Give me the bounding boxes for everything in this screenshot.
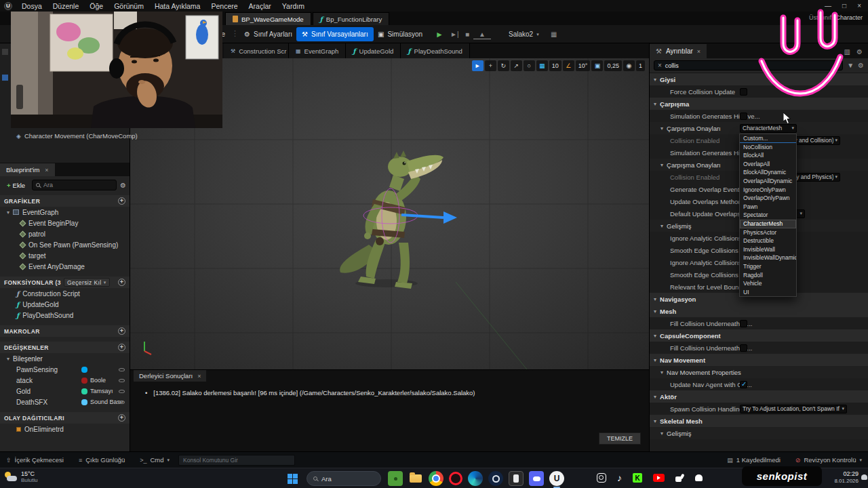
scale-snap-icon[interactable]: ▣ bbox=[591, 60, 603, 71]
steam-icon[interactable] bbox=[488, 471, 503, 486]
grid-snap-value[interactable]: 10 bbox=[549, 60, 561, 71]
dropdown-option[interactable]: Vehicle bbox=[740, 279, 796, 288]
class-defaults-button[interactable]: ⚒Sınıf Varsayılanları bbox=[296, 27, 374, 41]
details-search-input[interactable]: × collis bbox=[654, 60, 843, 70]
tree-item-dispatcher[interactable]: OnEliminetrd bbox=[0, 424, 130, 434]
stop-button[interactable]: ■ bbox=[460, 27, 475, 41]
file-explorer-icon[interactable] bbox=[408, 471, 423, 486]
panel-tab-icon[interactable] bbox=[2, 75, 8, 81]
tree-item-event[interactable]: Event BeginPlay bbox=[0, 218, 130, 228]
taskbar-weather[interactable]: 15°CBulutlu bbox=[4, 470, 37, 483]
variable-row[interactable]: PawnSensing bbox=[0, 364, 130, 375]
component-row[interactable]: ◈Character Movement (CharMoveComp) bbox=[0, 130, 130, 142]
epic-games-icon[interactable] bbox=[509, 471, 524, 486]
tree-item-function[interactable]: ƒ Construction Script bbox=[0, 288, 130, 299]
menu-item[interactable]: Hata Ayıklama bbox=[149, 2, 206, 10]
content-drawer-button[interactable]: ⇧ İçerik Çekmecesi bbox=[0, 452, 70, 468]
tab-updategold[interactable]: ƒUpdateGold bbox=[346, 43, 401, 58]
rotate-tool-icon[interactable]: ↻ bbox=[498, 60, 509, 71]
menu-item[interactable]: Öğe bbox=[84, 2, 108, 10]
details-section-header[interactable]: ▾Gelişmiş bbox=[650, 427, 868, 439]
add-macro-icon[interactable]: + bbox=[118, 327, 125, 335]
checkbox[interactable] bbox=[740, 113, 747, 120]
tree-item-eventgraph[interactable]: ▾ EventGraph bbox=[0, 207, 130, 218]
chrome-icon[interactable] bbox=[429, 471, 443, 486]
unsaved-indicator[interactable]: ▤ 1 Kaydedilmedi bbox=[721, 452, 786, 468]
tab-bp-wavegamemode[interactable]: BP_WaveGameMode bbox=[225, 12, 311, 25]
macros-section-header[interactable]: MAKROLAR + bbox=[0, 325, 130, 337]
dispatchers-section-header[interactable]: OLAY DAĞITICILARI + bbox=[0, 412, 130, 424]
menu-item[interactable]: Yardım bbox=[277, 2, 310, 10]
dropdown-option[interactable]: Spectator bbox=[740, 211, 796, 220]
details-section-header[interactable]: ▾Giysi bbox=[650, 73, 868, 85]
close-icon[interactable]: × bbox=[197, 373, 201, 380]
override-dropdown[interactable]: Geçersiz Kıl▾ bbox=[64, 278, 110, 287]
tab-eventgraph[interactable]: ▦EventGraph bbox=[289, 43, 346, 58]
cmd-dropdown[interactable]: >_ Cmd▾ bbox=[134, 452, 176, 468]
visibility-eye-icon[interactable] bbox=[119, 401, 125, 404]
dropdown-option[interactable]: OverlapOnlyPawn bbox=[740, 194, 796, 203]
details-section-header[interactable]: ▾Çarpışma OnaylarıCharacterMesh▾ bbox=[650, 122, 868, 134]
dropdown-option[interactable]: PhysicsActor bbox=[740, 228, 796, 237]
dropdown-option[interactable]: OverlapAll bbox=[740, 160, 796, 169]
close-icon[interactable]: × bbox=[697, 48, 701, 55]
opera-icon[interactable] bbox=[449, 472, 462, 485]
checkbox[interactable] bbox=[740, 88, 747, 96]
clear-button[interactable]: TEMIZLE bbox=[599, 432, 641, 445]
eject-button[interactable]: ▲ bbox=[473, 30, 491, 39]
add-button[interactable]: + Ekle bbox=[3, 180, 28, 190]
scale-tool-icon[interactable]: ↗ bbox=[511, 60, 522, 71]
dropdown-option[interactable]: Destructible bbox=[740, 237, 796, 245]
tree-item-event[interactable]: target bbox=[0, 250, 130, 261]
checkbox[interactable] bbox=[740, 344, 747, 352]
move-tool-icon[interactable]: + bbox=[485, 60, 496, 71]
panel-layout-icon[interactable]: ▥ bbox=[844, 48, 850, 56]
dropdown-option[interactable]: Trigger bbox=[740, 262, 796, 271]
gear-icon[interactable]: ⚙ bbox=[858, 62, 864, 69]
gear-icon[interactable]: ⚙ bbox=[856, 48, 863, 56]
variable-row[interactable]: Gold Tamsayı bbox=[0, 386, 130, 396]
variable-category[interactable]: ▾ Bileşenler bbox=[0, 353, 130, 364]
menu-item[interactable]: Düzenle bbox=[47, 2, 85, 10]
dropdown-option[interactable]: BlockAll bbox=[740, 151, 796, 160]
details-property-row[interactable]: Update Nav Agent with Ow... bbox=[650, 378, 868, 390]
menu-item[interactable]: Pencere bbox=[205, 2, 243, 10]
tree-item-function[interactable]: ƒ UpdateGold bbox=[0, 299, 130, 310]
blueprint-search-input[interactable]: Ara bbox=[32, 180, 117, 190]
output-log-button[interactable]: ≡ Çıktı Günlüğü bbox=[73, 452, 131, 468]
dropdown-option[interactable]: Ragdoll bbox=[740, 271, 796, 280]
camera-speed-icon[interactable]: ◉ bbox=[623, 60, 635, 71]
tab-construction-script[interactable]: ⚒Construction Scr bbox=[224, 43, 289, 58]
checkbox[interactable] bbox=[740, 320, 747, 327]
details-section-header[interactable]: ▾Çarpışma bbox=[650, 98, 868, 110]
details-section-header[interactable]: ▾Nav Movement bbox=[650, 354, 868, 366]
close-button[interactable]: × bbox=[857, 2, 861, 9]
visibility-eye-icon[interactable] bbox=[119, 368, 125, 371]
simulation-button[interactable]: ▣Simülasyon bbox=[372, 27, 428, 41]
dropdown-option[interactable]: OverlapAllDynamic bbox=[740, 177, 796, 186]
tab-compiler-results[interactable]: Derleyici Sonuçları× bbox=[134, 370, 206, 382]
minimize-button[interactable]: — bbox=[825, 2, 831, 9]
graphs-section-header[interactable]: GRAFİKLER + bbox=[0, 195, 130, 207]
variables-section-header[interactable]: DEĞİŞKENLER + bbox=[0, 342, 130, 353]
unreal-engine-icon[interactable]: U bbox=[549, 471, 564, 486]
details-property-row[interactable]: Spawn Collision Handling Met...Try To Ad… bbox=[650, 403, 868, 415]
variable-row[interactable]: DeathSFX Sound Base bbox=[0, 396, 130, 407]
tab-playdeathsound[interactable]: ƒPlayDeathSound bbox=[401, 43, 470, 58]
game-app-icon[interactable] bbox=[388, 471, 403, 486]
dropdown-option[interactable]: Pawn bbox=[740, 203, 796, 211]
visibility-eye-icon[interactable] bbox=[119, 390, 125, 393]
details-section-header[interactable]: ▾Nav Movement Properties bbox=[650, 366, 868, 378]
grid-snap-icon[interactable]: ▦ bbox=[536, 60, 548, 71]
revision-control-button[interactable]: ⊘ Revizyon Kontrolü▾ bbox=[789, 452, 868, 468]
details-property-row[interactable]: Fill Collision Underneath fo... bbox=[650, 317, 868, 329]
dropdown-option[interactable]: InvisibleWall bbox=[740, 245, 796, 254]
expand-caret-icon[interactable]: ▾ bbox=[7, 356, 9, 362]
tree-item-event[interactable]: patrol bbox=[0, 228, 130, 239]
dropdown-option[interactable]: IgnoreOnlyPawn bbox=[740, 186, 796, 195]
edge-icon[interactable] bbox=[468, 471, 483, 486]
camera-speed-value[interactable]: 1 bbox=[636, 60, 645, 71]
filter-icon[interactable]: ▼ bbox=[847, 62, 854, 69]
dropdown-option[interactable]: CharacterMesh bbox=[740, 220, 796, 228]
add-graph-icon[interactable]: + bbox=[118, 197, 125, 205]
